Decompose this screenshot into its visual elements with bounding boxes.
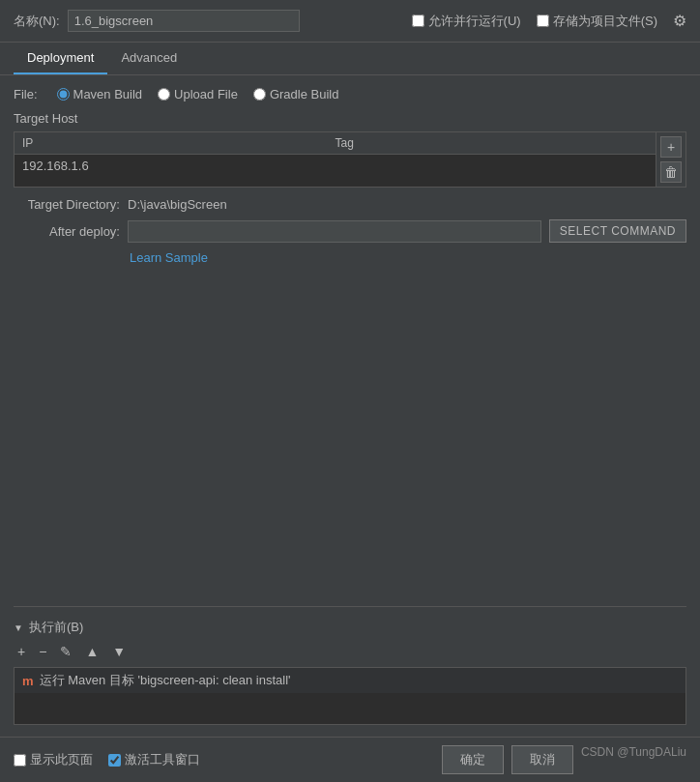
gradle-build-option[interactable]: Gradle Build (253, 87, 339, 101)
after-deploy-input[interactable] (128, 220, 541, 243)
activate-tool-label: 激活工具窗口 (125, 751, 200, 768)
upload-file-radio[interactable] (158, 88, 170, 101)
content: File: Maven Build Upload File Gradle Bui… (0, 75, 700, 737)
exec-remove-button[interactable]: − (35, 642, 50, 661)
show-page-label: 显示此页面 (30, 751, 93, 768)
ip-header: IP (22, 136, 335, 150)
select-command-button[interactable]: SELECT COMMAND (549, 219, 686, 243)
target-host-table: IP Tag 192.168.1.6 (15, 132, 656, 187)
allow-parallel-checkbox[interactable] (412, 14, 424, 27)
save-project-label[interactable]: 存储为项目文件(S) (537, 13, 657, 30)
exec-list: m 运行 Maven 目标 'bigscreen-api: clean inst… (14, 667, 686, 725)
dialog: 名称(N): 允许并行运行(U) 存储为项目文件(S) ⚙ Deployment… (0, 0, 700, 782)
tabs: Deployment Advanced (0, 43, 700, 75)
footer-right: 确定 取消 CSDN @TungDALiu (442, 745, 686, 774)
activate-tool-checkbox[interactable] (108, 754, 121, 767)
target-directory-label: Target Directory: (14, 197, 120, 212)
cancel-button[interactable]: 取消 (511, 745, 573, 774)
table-row[interactable]: 192.168.1.6 (15, 155, 656, 177)
before-exec-label: 执行前(B) (29, 619, 83, 636)
activate-tool-checkbox-label[interactable]: 激活工具窗口 (108, 751, 200, 768)
table-header: IP Tag (15, 132, 656, 155)
learn-sample-row: Learn Sample (14, 250, 686, 265)
name-input[interactable] (68, 10, 300, 32)
collapse-icon: ▼ (14, 623, 23, 633)
show-page-checkbox[interactable] (14, 754, 26, 767)
file-label: File: (14, 87, 38, 101)
exec-toolbar: + − ✎ ▲ ▼ (14, 642, 686, 661)
add-host-button[interactable]: + (660, 136, 682, 158)
after-deploy-label: After deploy: (14, 224, 120, 239)
row-tag (335, 159, 649, 173)
allow-parallel-label[interactable]: 允许并行运行(U) (412, 13, 521, 30)
upload-file-option[interactable]: Upload File (158, 87, 238, 101)
target-directory-value: D:\java\bigScreen (128, 197, 227, 212)
save-project-checkbox[interactable] (537, 14, 549, 27)
tag-header: Tag (335, 136, 649, 150)
divider (14, 606, 686, 607)
target-host-label: Target Host (14, 111, 686, 126)
maven-build-radio[interactable] (57, 88, 70, 101)
exec-item-text: 运行 Maven 目标 'bigscreen-api: clean instal… (40, 672, 291, 689)
name-label: 名称(N): (14, 13, 60, 30)
exec-up-button[interactable]: ▲ (81, 642, 102, 661)
target-directory-row: Target Directory: D:\java\bigScreen (14, 197, 686, 212)
maven-build-option[interactable]: Maven Build (57, 87, 143, 101)
before-exec-section: ▼ 执行前(B) + − ✎ ▲ ▼ m 运行 Maven 目标 'bigscr… (14, 619, 686, 725)
remove-host-button[interactable]: 🗑 (660, 161, 682, 183)
watermark: CSDN @TungDALiu (581, 745, 686, 774)
exec-down-button[interactable]: ▼ (108, 642, 130, 661)
gradle-build-radio[interactable] (253, 88, 266, 101)
header-row: 名称(N): 允许并行运行(U) 存储为项目文件(S) ⚙ (0, 0, 700, 43)
spacer (14, 265, 686, 598)
exec-add-button[interactable]: + (14, 642, 29, 661)
exec-edit-button[interactable]: ✎ (56, 642, 75, 661)
tab-advanced[interactable]: Advanced (107, 43, 190, 74)
gear-icon[interactable]: ⚙ (673, 12, 686, 30)
footer: 显示此页面 激活工具窗口 确定 取消 CSDN @TungDALiu (0, 737, 700, 782)
host-actions: + 🗑 (656, 132, 685, 187)
target-host-container: IP Tag 192.168.1.6 + 🗑 (14, 131, 686, 188)
header-right: 允许并行运行(U) 存储为项目文件(S) ⚙ (412, 12, 686, 30)
after-deploy-row: After deploy: SELECT COMMAND (14, 219, 686, 243)
file-row: File: Maven Build Upload File Gradle Bui… (14, 87, 686, 101)
exec-item-icon: m (22, 674, 34, 688)
learn-sample-link[interactable]: Learn Sample (130, 250, 208, 265)
exec-item[interactable]: m 运行 Maven 目标 'bigscreen-api: clean inst… (15, 668, 685, 693)
tab-deployment[interactable]: Deployment (14, 43, 107, 74)
row-ip: 192.168.1.6 (22, 159, 335, 173)
show-page-checkbox-label[interactable]: 显示此页面 (14, 751, 93, 768)
ok-button[interactable]: 确定 (442, 745, 504, 774)
before-exec-header[interactable]: ▼ 执行前(B) (14, 619, 686, 636)
